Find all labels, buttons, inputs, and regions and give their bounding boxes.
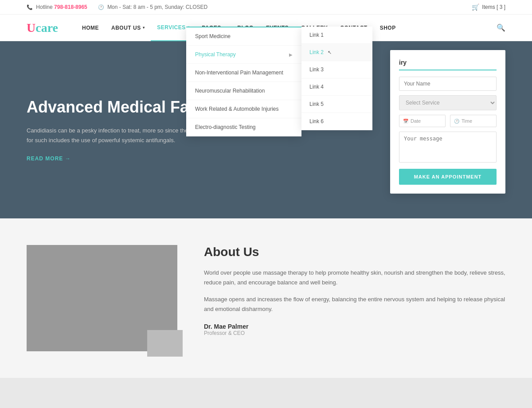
sub-link-5[interactable]: Link 5 (301, 96, 372, 113)
appointment-panel: iry Select Service 📅 Date 🕐 Time MAKE AN… (390, 50, 505, 194)
service-field-wrap: Select Service (399, 95, 497, 110)
about-para1: World over people use massage therapy to… (204, 268, 505, 288)
hotline-number: 798-818-8965 (54, 4, 87, 10)
sub-arrow: ▶ (289, 52, 293, 57)
date-time-row: 📅 Date 🕐 Time (399, 115, 497, 127)
sub-link-3[interactable]: Link 3 (301, 61, 372, 78)
sub-link-6[interactable]: Link 6 (301, 113, 372, 130)
service-select[interactable]: Select Service (399, 95, 497, 110)
hours-info: 🕐 Mon - Sat: 8 am - 5 pm, Sunday: CLOSED (98, 4, 207, 10)
dropdown-neuromuscular[interactable]: Neuromuscular Rehabilitation (186, 82, 301, 100)
message-textarea[interactable] (399, 132, 497, 163)
date-field[interactable]: 📅 Date (399, 115, 446, 127)
clock-icon: 🕐 (98, 4, 104, 10)
services-dropdown: Sport Medicine Physical Therapy ▶ Non-In… (186, 27, 301, 136)
message-field-wrap (399, 132, 497, 164)
dropdown-physical-therapy[interactable]: Physical Therapy ▶ (186, 46, 301, 64)
name-input[interactable] (399, 77, 497, 91)
dropdown-sport-medicine[interactable]: Sport Medicine (186, 27, 301, 46)
sub-link-2[interactable]: Link 2 ↖ (301, 44, 372, 61)
about-image (27, 245, 177, 351)
panel-title: iry (399, 59, 497, 70)
about-author-role: Professor & CEO (204, 330, 505, 336)
nav-about[interactable]: ABOUT US ▾ (105, 15, 151, 41)
sub-dropdown: Link 1 Link 2 ↖ Link 3 Link 4 Link 5 Lin… (301, 27, 372, 130)
about-arrow: ▾ (143, 26, 145, 30)
time-icon: 🕐 (454, 119, 459, 124)
hotline-info: 📞 Hotline 798-818-8965 (27, 4, 87, 10)
read-more-link[interactable]: READ MORE → (27, 155, 71, 162)
top-bar-right: 🛒 Items [ 3 ] (472, 4, 505, 11)
calendar-icon: 📅 (403, 119, 408, 124)
logo-u: U (27, 21, 35, 35)
hours-text: Mon - Sat: 8 am - 5 pm, Sunday: CLOSED (107, 4, 207, 10)
dropdown-electro[interactable]: Electro-diagnostic Testing (186, 118, 301, 136)
about-para2: Massage opens and increases the flow of … (204, 295, 505, 314)
about-section: About Us World over people use massage t… (0, 218, 532, 378)
top-bar: 📞 Hotline 798-818-8965 🕐 Mon - Sat: 8 am… (0, 0, 532, 15)
nav-home[interactable]: HOME (76, 15, 105, 41)
about-title: About Us (204, 245, 505, 259)
hotline-label: Hotline (36, 4, 52, 10)
dropdown-work-related[interactable]: Work Related & Automobile Injuries (186, 100, 301, 118)
sub-link-1[interactable]: Link 1 (301, 27, 372, 44)
name-field-wrap (399, 77, 497, 91)
phone-icon: 📞 (27, 4, 33, 10)
cart-icon: 🛒 (472, 4, 479, 11)
search-icon[interactable]: 🔍 (497, 23, 505, 32)
dropdown-pain-management[interactable]: Non-Interventional Pain Management (186, 64, 301, 82)
nav-shop[interactable]: SHOP (374, 15, 402, 41)
top-bar-left: 📞 Hotline 798-818-8965 🕐 Mon - Sat: 8 am… (27, 4, 207, 10)
cursor-indicator: ↖ (328, 50, 332, 55)
logo[interactable]: U care (27, 21, 58, 35)
sub-link-4[interactable]: Link 4 (301, 78, 372, 96)
logo-care: care (35, 21, 58, 35)
time-field[interactable]: 🕐 Time (450, 115, 497, 127)
about-content: About Us World over people use massage t… (204, 245, 505, 336)
about-author-name: Dr. Mae Palmer (204, 323, 505, 330)
make-appointment-button[interactable]: MAKE AN APPOINTMENT (399, 169, 497, 185)
cart-count: Items [ 3 ] (482, 4, 505, 10)
